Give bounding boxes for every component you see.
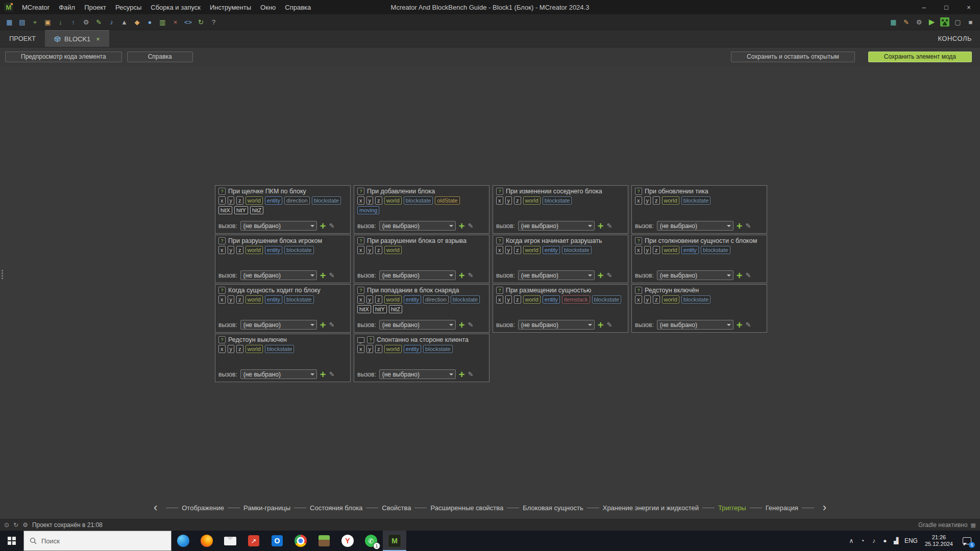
save-element-button[interactable]: Сохранить элемент мода (868, 52, 972, 62)
gradle-tasks-icon[interactable]: ⚙ (913, 16, 925, 28)
code-view-icon[interactable]: <> (182, 16, 194, 28)
minecraft-launcher-icon[interactable] (312, 531, 336, 551)
edge-icon[interactable] (172, 531, 195, 551)
structure-import-icon[interactable]: ▲ (118, 16, 130, 28)
help-toolbar-icon[interactable]: ? (208, 16, 219, 28)
add-procedure-button[interactable]: + (459, 271, 465, 280)
menu-item[interactable]: Справка (280, 4, 315, 11)
edit-procedure-icon[interactable]: ✎ (606, 271, 612, 279)
screenshot-icon[interactable]: ▢ (952, 16, 964, 28)
procedure-select[interactable]: (не выбрано) (379, 221, 456, 231)
chrome-icon[interactable] (289, 531, 312, 551)
edit-procedure-icon[interactable]: ✎ (468, 271, 473, 279)
procedure-select[interactable]: (не выбрано) (518, 320, 595, 330)
add-procedure-button[interactable]: + (598, 271, 604, 280)
add-procedure-button[interactable]: + (459, 222, 465, 230)
edit-procedure-icon[interactable]: ✎ (329, 271, 334, 279)
tab-console[interactable]: КОНСОЛЬ (929, 30, 980, 47)
add-procedure-button[interactable]: + (320, 271, 326, 280)
workspace-settings-icon[interactable]: ⚙ (80, 16, 92, 28)
add-procedure-button[interactable]: + (459, 370, 465, 379)
network-icon[interactable]: ▟ (891, 537, 902, 544)
section-nav-link[interactable]: Генерация (766, 504, 798, 512)
section-nav-link[interactable]: Рамки-границы (243, 504, 290, 512)
maximize-button[interactable]: □ (935, 0, 958, 14)
status-refresh-icon[interactable]: ↻ (13, 521, 18, 529)
procedure-select[interactable]: (не выбрано) (379, 270, 456, 280)
export-icon[interactable]: ↑ (67, 16, 79, 28)
menu-item[interactable]: Файл (54, 4, 80, 11)
section-nav-link[interactable]: Состояния блока (310, 504, 362, 512)
yandex-browser-icon[interactable]: Y (336, 531, 359, 551)
import-icon[interactable]: ↓ (55, 16, 66, 28)
add-procedure-button[interactable]: + (737, 321, 743, 329)
panel-drag-handle[interactable] (2, 270, 3, 271)
menu-item[interactable]: MCreator (17, 4, 54, 11)
edit-procedure-icon[interactable]: ✎ (329, 321, 334, 329)
edit-procedure-icon[interactable]: ✎ (329, 222, 334, 230)
procedure-select[interactable]: (не выбрано) (657, 270, 733, 280)
edit-procedure-icon[interactable]: ✎ (745, 222, 751, 230)
section-nav-link[interactable]: Отображение (182, 504, 224, 512)
start-button[interactable] (0, 531, 23, 551)
section-nav-link[interactable]: Блоковая сущность (523, 504, 583, 512)
procedure-select[interactable]: (не выбрано) (240, 320, 317, 330)
edit-procedure-icon[interactable]: ✎ (468, 222, 473, 230)
sound-import-icon[interactable]: ♪ (106, 16, 117, 28)
procedure-select[interactable]: (не выбрано) (240, 221, 317, 231)
status-settings-icon[interactable]: ⚙ (22, 521, 28, 529)
clock-sync-icon[interactable]: ◔ (857, 537, 868, 544)
clock[interactable]: 21:26 25.12.2024 (920, 534, 958, 547)
procedure-select[interactable]: (не выбрано) (379, 369, 456, 379)
section-nav-link[interactable]: Хранение энергии и жидкостей (603, 504, 699, 512)
procedure-select[interactable]: (не выбрано) (518, 270, 595, 280)
add-procedure-button[interactable]: + (320, 321, 326, 329)
run-client-icon[interactable]: ▶ (926, 16, 938, 28)
next-section-arrow[interactable]: › (823, 503, 826, 513)
prev-section-arrow[interactable]: ‹ (154, 503, 157, 513)
texture-icon[interactable]: ▦ (888, 16, 899, 28)
search-workspace-icon[interactable]: ● (144, 16, 156, 28)
firefox-icon[interactable] (195, 531, 218, 551)
section-nav-link[interactable]: Расширенные свойства (430, 504, 503, 512)
outlook-icon[interactable]: O (265, 531, 289, 551)
edit-procedure-icon[interactable]: ✎ (745, 271, 751, 279)
menu-item[interactable]: Проект (80, 4, 111, 11)
taskbar-search-input[interactable]: Поиск (23, 531, 172, 551)
new-mod-element-icon[interactable]: + (29, 16, 41, 28)
add-procedure-button[interactable]: + (598, 222, 604, 230)
procedure-select[interactable]: (не выбрано) (240, 369, 317, 379)
menu-item[interactable]: Окно (256, 4, 280, 11)
minecraft-creeper-icon[interactable] (940, 17, 949, 27)
whatsapp-icon[interactable]: ✆ 1 (359, 531, 383, 551)
tab-project[interactable]: ПРОЕКТ (0, 30, 45, 47)
add-procedure-button[interactable]: + (598, 321, 604, 329)
mail-icon[interactable] (218, 531, 242, 551)
language-indicator[interactable]: ENG (902, 537, 920, 544)
add-procedure-button[interactable]: + (737, 271, 743, 280)
duplicate-element-icon[interactable]: ▥ (157, 16, 168, 28)
edit-procedure-icon[interactable]: ✎ (329, 370, 334, 378)
java-model-icon[interactable]: ◆ (131, 16, 143, 28)
volume-icon[interactable]: ♪ (868, 537, 879, 544)
add-procedure-button[interactable]: + (320, 370, 326, 379)
edit-code-icon[interactable]: ✎ (900, 16, 912, 28)
section-nav-link[interactable]: Свойства (382, 504, 411, 512)
close-tab-icon[interactable]: × (96, 35, 100, 43)
close-button[interactable]: × (958, 0, 980, 14)
status-power-icon[interactable]: ⊙ (4, 521, 9, 529)
add-procedure-button[interactable]: + (737, 222, 743, 230)
edit-procedure-icon[interactable]: ✎ (468, 321, 473, 329)
regenerate-code-icon[interactable]: ↻ (195, 16, 207, 28)
tray-chevron-icon[interactable]: ∧ (846, 537, 857, 544)
section-nav-link[interactable]: Триггеры (718, 504, 746, 512)
minimize-button[interactable]: – (913, 0, 935, 14)
edit-procedure-icon[interactable]: ✎ (745, 321, 751, 329)
delete-element-icon[interactable]: × (169, 16, 181, 28)
tab-block1[interactable]: BLOCK1 × (45, 30, 109, 47)
procedure-select[interactable]: (не выбрано) (657, 221, 733, 231)
save-keep-open-button[interactable]: Сохранить и оставить открытым (731, 52, 855, 62)
help-button[interactable]: Справка (127, 52, 193, 62)
procedure-select[interactable]: (не выбрано) (518, 221, 595, 231)
resources-icon[interactable]: ▣ (42, 16, 54, 28)
